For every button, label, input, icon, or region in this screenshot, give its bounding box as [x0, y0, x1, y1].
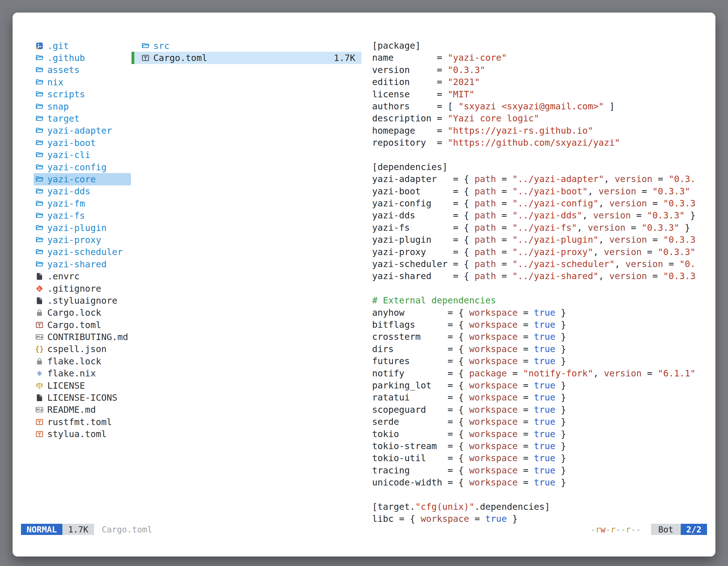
status-left: NORMAL 1.7K Cargo.toml [21, 524, 152, 535]
item-label: yazi-core [47, 174, 96, 185]
folder-icon [35, 114, 44, 123]
preview-line [372, 149, 696, 161]
filename-label: Cargo.toml [102, 525, 152, 534]
folder-icon [35, 236, 44, 244]
sidebar-item-stylua-toml[interactable]: stylua.toml [34, 428, 131, 440]
sidebar-item-yazi-scheduler[interactable]: yazi-scheduler [34, 246, 131, 258]
sidebar-item-cspell-json[interactable]: {}cspell.json [34, 343, 131, 355]
snowflake-icon: ❄ [35, 369, 44, 377]
item-label: .styluaignore [47, 295, 117, 306]
folder-icon [35, 175, 44, 184]
item-label: yazi-dds [47, 186, 90, 197]
sidebar-item-yazi-adapter[interactable]: yazi-adapter [34, 125, 131, 137]
size-badge: 1.7K [62, 524, 94, 535]
folder-icon [35, 248, 44, 256]
permissions-label: -rw-r--r-- [590, 525, 641, 534]
sidebar-item-readme-md[interactable]: README.md [34, 404, 131, 416]
sidebar-item-yazi-dds[interactable]: yazi-dds [34, 186, 131, 198]
sidebar-item-envrc[interactable]: .envrc [34, 270, 131, 282]
file-item-src[interactable]: src [131, 40, 361, 52]
toml-icon [35, 430, 44, 438]
folder-icon [35, 126, 44, 135]
sidebar-item-yazi-fm[interactable]: yazi-fm [34, 198, 131, 210]
sidebar-item-github[interactable]: .github [34, 52, 131, 64]
sidebar-item-yazi-core[interactable]: yazi-core [34, 173, 131, 185]
folder-icon [35, 187, 44, 196]
item-label: Cargo.toml [47, 319, 101, 330]
sidebar-item-yazi-proxy[interactable]: yazi-proxy [34, 234, 131, 246]
preview-line: yazi-adapter = { path = "../yazi-adapter… [372, 173, 696, 185]
preview-line: yazi-shared = { path = "../yazi-shared",… [372, 270, 696, 282]
item-label: yazi-fs [47, 210, 85, 221]
file-icon [35, 272, 44, 281]
sidebar-item-scripts[interactable]: scripts [34, 88, 131, 100]
item-label: cspell.json [47, 344, 107, 354]
folder-icon [35, 151, 44, 159]
item-label: LICENSE [47, 380, 85, 391]
sidebar-item-flake-lock[interactable]: flake.lock [34, 355, 131, 367]
item-label: yazi-proxy [47, 235, 101, 245]
toml-icon [35, 418, 44, 426]
item-label: assets [47, 65, 80, 75]
item-label: yazi-fm [47, 198, 85, 209]
preview-line: yazi-boot = { path = "../yazi-boot", ver… [372, 186, 696, 198]
preview-line: name = "yazi-core" [372, 52, 696, 64]
item-label: Cargo.lock [47, 307, 101, 318]
preview-line: edition = "2021" [372, 76, 696, 88]
sidebar-item-license-icons[interactable]: LICENSE-ICONS [34, 391, 131, 403]
sidebar-item-yazi-plugin[interactable]: yazi-plugin [34, 222, 131, 234]
item-label: Cargo.toml [153, 53, 207, 63]
sidebar-item-yazi-shared[interactable]: yazi-shared [34, 258, 131, 270]
lock-icon [35, 308, 44, 317]
folder-icon [35, 200, 44, 208]
sidebar-item-snap[interactable]: snap [34, 100, 131, 112]
folder-icon [35, 212, 44, 220]
preview-line: dirs = { workspace = true } [372, 343, 696, 355]
folder-icon [141, 42, 150, 50]
item-label: target [47, 113, 80, 124]
preview-line: yazi-plugin = { path = "../yazi-plugin",… [372, 234, 696, 246]
sidebar-item-assets[interactable]: assets [34, 64, 131, 76]
preview-line: parking_lot = { workspace = true } [372, 379, 696, 391]
sidebar-item-yazi-fs[interactable]: yazi-fs [34, 210, 131, 222]
sidebar-item-rustfmt-toml[interactable]: rustfmt.toml [34, 416, 131, 428]
file-item-cargo-toml[interactable]: Cargo.toml1.7K [131, 52, 361, 64]
toml-icon [141, 54, 150, 62]
sidebar-item-contributing-md[interactable]: CONTRIBUTING.md [34, 331, 131, 343]
sidebar-item-cargo-lock[interactable]: Cargo.lock [34, 307, 131, 319]
sidebar-item-yazi-boot[interactable]: yazi-boot [34, 137, 131, 149]
preview-line: [target."cfg(unix)".dependencies] [372, 501, 696, 513]
sidebar-item-cargo-toml[interactable]: Cargo.toml [34, 319, 131, 331]
sidebar-item-license[interactable]: LICENSE [34, 379, 131, 391]
sidebar-item-nix[interactable]: nix [34, 76, 131, 88]
markdown-icon [35, 405, 44, 414]
folder-icon [35, 66, 44, 74]
status-bar: NORMAL 1.7K Cargo.toml -rw-r--r-- Bot 2/… [21, 524, 707, 535]
sidebar-item-flake-nix[interactable]: ❄flake.nix [34, 367, 131, 379]
item-label: LICENSE-ICONS [47, 392, 117, 403]
preview-line: tokio = { workspace = true } [372, 428, 696, 440]
item-label: yazi-scheduler [47, 247, 123, 257]
preview-line: yazi-dds = { path = "../yazi-dds", versi… [372, 210, 696, 222]
file-icon [35, 296, 44, 305]
item-label: yazi-plugin [47, 223, 107, 233]
sidebar-item-target[interactable]: target [34, 112, 131, 125]
preview-line: yazi-proxy = { path = "../yazi-proxy", v… [372, 246, 696, 258]
preview-line: tokio-util = { workspace = true } [372, 452, 696, 464]
counter-badge: 2/2 [681, 524, 707, 535]
sidebar-item-gitignore[interactable]: .gitignore [34, 283, 131, 294]
sidebar-item-styluaignore[interactable]: .styluaignore [34, 294, 131, 306]
sidebar-item-yazi-config[interactable]: yazi-config [34, 161, 131, 173]
cursor-bar [131, 52, 134, 64]
item-label: yazi-shared [47, 259, 107, 270]
file-icon [35, 393, 44, 402]
preview-line: description = "Yazi core logic" [372, 112, 696, 125]
sidebar-item-yazi-cli[interactable]: yazi-cli [34, 149, 131, 161]
item-label: CONTRIBUTING.md [47, 332, 128, 342]
folder-icon [35, 54, 44, 62]
sidebar-item-git[interactable]: .git [34, 40, 131, 52]
item-label: yazi-adapter [47, 125, 112, 136]
preview-line: scopeguard = { workspace = true } [372, 404, 696, 416]
folder-icon [35, 139, 44, 147]
preview-line: bitflags = { workspace = true } [372, 319, 696, 331]
